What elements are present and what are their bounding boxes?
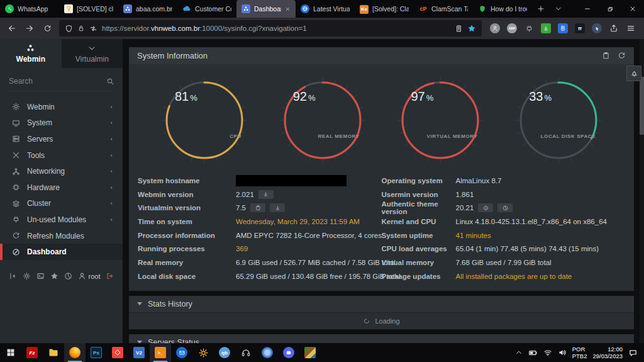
minimize-button[interactable]: [576, 0, 599, 18]
scrollbar-track[interactable]: [640, 39, 644, 343]
trileft-icon: [108, 217, 114, 223]
taskbar-app-photoshop[interactable]: Ps: [86, 343, 107, 362]
tab-webmin[interactable]: Webmin: [0, 39, 62, 68]
user-button[interactable]: root: [78, 272, 101, 280]
reader-mode-icon[interactable]: [455, 25, 463, 33]
info-row: Running processes369: [138, 242, 382, 256]
browser-tab[interactable]: Latest Virtualm: [296, 0, 355, 18]
wifi-icon[interactable]: [543, 348, 552, 357]
taskbar-app-anydesk[interactable]: [107, 343, 128, 362]
clipboard-mini-button[interactable]: [250, 203, 265, 212]
tab-virtualmin[interactable]: Virtualmin: [62, 39, 123, 68]
star-button[interactable]: [50, 272, 58, 280]
browser-tab[interactable]: How do I troub: [473, 0, 532, 18]
sidebar: Webmin Virtualmin WebminSystemServersToo…: [0, 39, 123, 343]
pie-mini-button[interactable]: [497, 203, 513, 212]
lock-icon: [77, 25, 85, 32]
notifications-bell-button[interactable]: [626, 65, 641, 81]
info-label: Webmin version: [138, 191, 236, 198]
new-tab-button[interactable]: [532, 0, 550, 18]
collapse-button[interactable]: [9, 272, 17, 280]
extension-idm-icon[interactable]: [539, 21, 553, 35]
browser-tab-active[interactable]: Dashboard –: [236, 0, 296, 18]
bulbI-icon: [65, 5, 72, 12]
extension-account-icon[interactable]: [488, 21, 502, 35]
dashboard-icon: [12, 248, 20, 256]
refresh-icon[interactable]: [618, 52, 626, 60]
bookmark-star-icon[interactable]: [467, 24, 476, 33]
download-mini-button[interactable]: [270, 203, 285, 212]
extension-gray-blob-icon[interactable]: [522, 21, 536, 35]
browser-tab[interactable]: cPClamScan Take: [414, 0, 473, 18]
copy-icon[interactable]: [602, 52, 610, 60]
pie-button[interactable]: [64, 272, 72, 280]
sidebar-item-refresh-modules[interactable]: Refresh Modules: [0, 228, 123, 244]
browser-tab[interactable]: Customer Con: [177, 0, 236, 18]
taskbar-app-headset[interactable]: [235, 343, 257, 362]
extension-doc-blue-icon[interactable]: [556, 21, 570, 35]
sidebar-item-hardware[interactable]: Hardware: [0, 179, 123, 196]
language-indicator[interactable]: POR PTB2: [572, 346, 587, 359]
download-mini-button[interactable]: [258, 190, 274, 199]
taskbar-app-filezilla[interactable]: Fz: [21, 343, 43, 362]
close-button[interactable]: [621, 0, 644, 18]
terminal-button[interactable]: [36, 272, 45, 280]
info-label: Usermin version: [382, 191, 456, 198]
taskbar-app-thunderbird[interactable]: [171, 343, 192, 362]
clock[interactable]: 12:00 29/03/2023: [592, 346, 623, 359]
logout-button[interactable]: [106, 272, 114, 280]
browser-tab[interactable]: abaa.com.br -: [118, 0, 177, 18]
taskbar-start-button[interactable]: [0, 343, 21, 362]
browser-tab[interactable]: [SOLVED] clam: [59, 0, 118, 18]
battery-icon[interactable]: [528, 348, 538, 358]
chevron-left-icon: [108, 152, 114, 159]
trileft-icon: [108, 200, 114, 206]
sidebar-item-un-used-modules[interactable]: Un-used Modules: [0, 212, 123, 228]
taskbar-app-firefox[interactable]: [64, 343, 86, 362]
forward-button[interactable]: [21, 20, 38, 37]
taskbar-app-sun-app[interactable]: [192, 343, 214, 362]
taskbar-app-v2rayn[interactable]: V2: [128, 343, 150, 362]
url-bar[interactable]: https://servidor.vhnweb.com.br:10000/sys…: [59, 20, 482, 37]
taskbar-app-discord[interactable]: [278, 343, 299, 362]
info-mini-button[interactable]: [478, 203, 493, 212]
extension-pointer-icon[interactable]: [590, 21, 604, 35]
sidebar-item-tools[interactable]: Tools: [0, 147, 123, 164]
reader-icon: [455, 25, 463, 33]
sun-button[interactable]: [23, 272, 31, 280]
reload-button[interactable]: [39, 20, 55, 37]
notification-center-icon[interactable]: [628, 348, 638, 358]
servers-status-section: Servers Status: [129, 334, 634, 344]
search-input[interactable]: [9, 77, 106, 86]
taskbar-app-terminal-orange[interactable]: >_: [150, 343, 171, 362]
taskbar-app-blue-app[interactable]: [257, 343, 278, 362]
extension-ff-icon[interactable]: ff: [573, 21, 587, 35]
list-tabs-button[interactable]: [550, 0, 567, 18]
taskbar-app-game[interactable]: [299, 343, 321, 362]
browser-tab[interactable]: Ke[Solved]: Clam: [355, 0, 414, 18]
restore-button[interactable]: [599, 0, 621, 18]
taskbar-app-qbittorrent[interactable]: qb: [214, 343, 235, 362]
whatsapp-favicon: [5, 4, 14, 13]
tab-close-icon[interactable]: [285, 6, 291, 12]
browser-tab[interactable]: WhatsApp: [0, 0, 59, 18]
sidebar-item-servers[interactable]: Servers: [0, 131, 123, 147]
scrollbar-thumb[interactable]: [640, 77, 644, 135]
sidebar-item-system[interactable]: System: [0, 115, 123, 132]
gauge-ring: [511, 73, 606, 167]
servers-status-header[interactable]: Servers Status: [129, 334, 634, 344]
taskbar-app-explorer[interactable]: [43, 343, 64, 362]
info-label: Running processes: [138, 245, 236, 252]
volume-icon[interactable]: [558, 348, 567, 357]
extension-save-icon[interactable]: [607, 21, 621, 35]
tray-chevron-up-icon[interactable]: [515, 349, 523, 356]
sidebar-item-webmin[interactable]: Webmin: [0, 99, 123, 115]
sidebar-item-networking[interactable]: Networking: [0, 163, 123, 179]
sidebar-item-dashboard[interactable]: Dashboard: [0, 244, 123, 260]
sidebar-item-cluster[interactable]: Cluster: [0, 196, 123, 212]
extension-abp-icon[interactable]: ABP: [505, 21, 519, 35]
trileft-icon: [108, 168, 114, 174]
stats-history-header[interactable]: Stats History: [129, 296, 634, 312]
back-button[interactable]: [4, 20, 20, 37]
extension-menu-button[interactable]: [624, 21, 638, 35]
